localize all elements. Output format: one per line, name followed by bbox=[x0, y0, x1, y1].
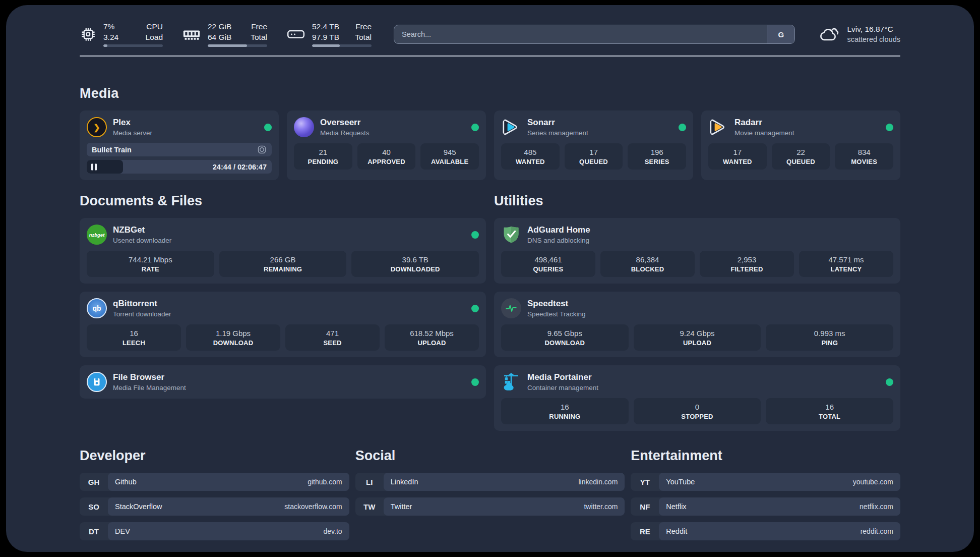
cpu-stat: 7% 3.24 CPU Load bbox=[80, 22, 163, 47]
stat-value: 22 bbox=[774, 148, 828, 156]
stat-label: UPLOAD bbox=[636, 339, 759, 347]
stat-value: 471 bbox=[287, 329, 378, 338]
section-title-utilities: Utilities bbox=[494, 193, 900, 209]
disk-progress-bar bbox=[312, 44, 372, 47]
bookmark-abbr: LI bbox=[355, 473, 384, 491]
app-title: NZBGet bbox=[113, 225, 171, 235]
stat-value: 47.571 ms bbox=[801, 255, 891, 264]
app-description: Media Requests bbox=[320, 129, 370, 137]
bookmark-name: DEV bbox=[115, 527, 130, 535]
disk-labels: Free Total bbox=[355, 22, 372, 42]
bookmark-abbr: SO bbox=[80, 497, 108, 516]
utilities-column: Utilities bbox=[494, 193, 900, 431]
radarr-icon bbox=[708, 117, 728, 137]
app-description: Usenet downloader bbox=[113, 237, 171, 244]
stat-label: APPROVED bbox=[359, 158, 414, 165]
pause-icon[interactable] bbox=[91, 163, 97, 170]
status-dot-online bbox=[471, 305, 479, 312]
bookmark-group-entertainment: Entertainment YT YouTube youtube.com NF … bbox=[631, 448, 900, 540]
stat-label: PING bbox=[768, 339, 891, 347]
bookmark-linkedin[interactable]: LI LinkedIn linkedin.com bbox=[355, 473, 625, 491]
app-card-filebrowser[interactable]: File Browser Media File Management bbox=[80, 365, 486, 399]
app-card-plex[interactable]: ❯ Plex Media server Bullet Train bbox=[80, 110, 279, 180]
bookmark-stackoverflow[interactable]: SO StackOverflow stackoverflow.com bbox=[80, 497, 349, 516]
app-card-radarr[interactable]: Radarr Movie management 17 WANTED 22 QUE… bbox=[701, 110, 900, 180]
app-card-nzbget[interactable]: nzbget NZBGet Usenet downloader 744.21 M… bbox=[80, 218, 486, 284]
ram-labels: Free Total bbox=[251, 22, 267, 42]
bookmark-reddit[interactable]: RE Reddit reddit.com bbox=[631, 522, 900, 540]
stat-value: 16 bbox=[89, 329, 179, 338]
section-title-media: Media bbox=[80, 86, 900, 101]
app-title: Radarr bbox=[734, 118, 794, 128]
weather-condition: scattered clouds bbox=[847, 35, 900, 45]
stat-label: FILTERED bbox=[702, 265, 792, 273]
documents-column: Documents & Files nzbget NZBGet Usenet d… bbox=[80, 193, 486, 399]
stat-tile: 266 GB REMAINING bbox=[219, 251, 347, 277]
bookmark-url: dev.to bbox=[324, 527, 342, 535]
stat-tile: 744.21 Mbps RATE bbox=[87, 251, 214, 277]
header-divider bbox=[80, 55, 900, 57]
app-card-qbittorrent[interactable]: qb qBittorrent Torrent downloader 16 bbox=[80, 292, 486, 357]
disk-stat: 52.4 TB 97.9 TB Free Total bbox=[286, 22, 372, 47]
app-description: Media File Management bbox=[113, 384, 186, 392]
status-dot-online bbox=[471, 378, 479, 386]
bookmark-name: StackOverflow bbox=[115, 503, 162, 511]
app-title: Sonarr bbox=[527, 118, 588, 128]
stat-value: 17 bbox=[567, 148, 621, 156]
bookmark-name: Netflix bbox=[666, 503, 686, 511]
stat-label: WANTED bbox=[503, 158, 558, 165]
stat-value: 39.6 TB bbox=[353, 255, 477, 264]
stat-tile: 471 SEED bbox=[285, 324, 380, 351]
disk-values: 52.4 TB 97.9 TB bbox=[312, 22, 339, 42]
plex-icon: ❯ bbox=[87, 117, 107, 137]
bookmark-abbr: GH bbox=[80, 473, 108, 491]
stat-value: 618.52 Mbps bbox=[387, 329, 477, 338]
ram-total: 64 GiB bbox=[208, 32, 231, 42]
bookmark-netflix[interactable]: NF Netflix netflix.com bbox=[631, 497, 900, 516]
stat-label: DOWNLOAD bbox=[503, 339, 627, 347]
bookmark-github[interactable]: GH Github github.com bbox=[80, 473, 349, 491]
stat-label: AVAILABLE bbox=[422, 158, 477, 165]
bookmark-twitter[interactable]: TW Twitter twitter.com bbox=[355, 497, 625, 516]
app-card-overseerr[interactable]: Overseerr Media Requests 21 PENDING 40 A… bbox=[287, 110, 486, 180]
section-title-developer: Developer bbox=[80, 448, 349, 464]
app-card-sonarr[interactable]: Sonarr Series management 485 WANTED 17 Q… bbox=[494, 110, 693, 180]
cpu-progress-bar bbox=[103, 44, 163, 47]
stat-value: 1.19 Gbps bbox=[188, 329, 278, 338]
app-description: DNS and adblocking bbox=[527, 237, 590, 244]
status-dot-online bbox=[886, 378, 893, 386]
bookmark-url: youtube.com bbox=[853, 478, 893, 486]
media-card-grid: ❯ Plex Media server Bullet Train bbox=[80, 110, 900, 180]
stat-value: 945 bbox=[422, 148, 477, 156]
search-input[interactable] bbox=[394, 25, 795, 44]
bookmark-url: netflix.com bbox=[860, 503, 893, 511]
bookmark-url: linkedin.com bbox=[579, 478, 618, 486]
stat-label: LEECH bbox=[89, 339, 179, 347]
stat-label: STOPPED bbox=[636, 413, 759, 420]
stat-tile: 17 WANTED bbox=[708, 143, 767, 170]
ram-values: 22 GiB 64 GiB bbox=[208, 22, 231, 42]
bookmark-url: github.com bbox=[308, 478, 342, 486]
stat-value: 498,461 bbox=[503, 255, 593, 264]
stat-label: DOWNLOAD bbox=[188, 339, 278, 347]
app-card-speedtest[interactable]: Speedtest Speedtest Tracking 9.65 Gbps D… bbox=[494, 292, 900, 357]
bookmark-abbr: TW bbox=[355, 497, 384, 516]
now-playing-bar: Bullet Train bbox=[87, 143, 272, 156]
app-card-adguard[interactable]: AdGuard Home DNS and adblocking 498,461 … bbox=[494, 218, 900, 284]
stat-tile: 9.65 Gbps DOWNLOAD bbox=[501, 324, 629, 351]
stat-value: 2,953 bbox=[702, 255, 792, 264]
stat-value: 0 bbox=[636, 403, 759, 411]
bookmark-abbr: RE bbox=[631, 522, 659, 540]
app-title: qBittorrent bbox=[113, 299, 171, 309]
app-card-portainer[interactable]: Media Portainer Container management 16 … bbox=[494, 365, 900, 431]
filebrowser-icon bbox=[87, 372, 107, 392]
stat-value: 485 bbox=[503, 148, 558, 156]
bookmark-dev[interactable]: DT DEV dev.to bbox=[80, 522, 349, 540]
stat-label: UPLOAD bbox=[387, 339, 477, 347]
stat-label: TOTAL bbox=[768, 413, 891, 420]
cpu-values: 7% 3.24 bbox=[103, 22, 118, 42]
stat-tile: 0.993 ms PING bbox=[766, 324, 893, 351]
search-engine-button[interactable]: G bbox=[767, 25, 794, 43]
bookmark-youtube[interactable]: YT YouTube youtube.com bbox=[631, 473, 900, 491]
stat-label: QUERIES bbox=[503, 265, 593, 273]
